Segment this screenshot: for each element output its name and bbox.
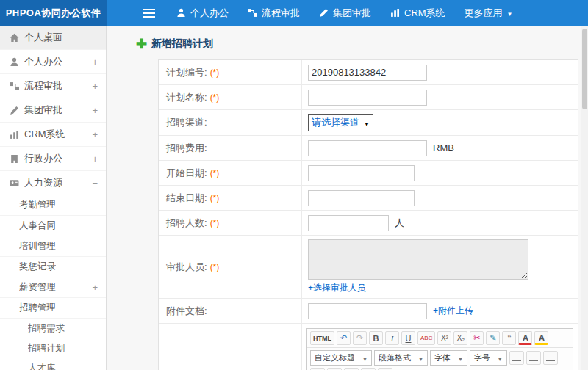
html-source-button[interactable]: HTML	[310, 331, 334, 345]
sidebar-item-admin-office[interactable]: 行政办公 +	[0, 147, 106, 171]
redo-icon[interactable]: ↷	[353, 331, 367, 345]
plan-name-input[interactable]	[308, 90, 427, 106]
expand-toggle[interactable]: +	[92, 129, 98, 140]
headcount-input[interactable]	[308, 215, 389, 231]
sidebar-item-recruit-demand[interactable]: 招聘需求	[0, 319, 106, 338]
expand-toggle[interactable]: +	[92, 282, 98, 293]
align-right-icon[interactable]	[543, 351, 558, 365]
attachment-input[interactable]	[308, 303, 427, 319]
attachment-upload-link[interactable]: +附件上传	[433, 305, 473, 317]
form-row: 招聘人数:(*) 人	[159, 211, 578, 236]
topnav-label: 更多应用	[465, 7, 503, 20]
collapse-toggle[interactable]: −	[92, 178, 98, 189]
topnav-process-approval[interactable]: 流程审批	[238, 0, 309, 26]
topbar: PHPOA协同办公软件 个人办公 流程审批 集团审批 CRM系统 更多应用	[0, 0, 588, 26]
start-date-input[interactable]	[308, 165, 415, 181]
sidebar-item-attendance[interactable]: 考勤管理	[0, 195, 106, 216]
format-paint-icon[interactable]: ✎	[486, 331, 500, 345]
user-icon	[176, 8, 186, 18]
field-label: 结束日期:	[166, 192, 207, 205]
caret-down-icon	[507, 7, 513, 18]
field-label: 计划编号:	[166, 66, 207, 79]
page-title: ✚ 新增招聘计划	[136, 37, 578, 51]
field-label: 开始日期:	[166, 167, 207, 180]
hamburger-icon[interactable]	[143, 9, 155, 18]
form-row: 审批人员:(*) +选择审批人员	[159, 236, 578, 299]
topnav-more-apps[interactable]: 更多应用	[455, 0, 523, 26]
strikethrough-button[interactable]: ABC	[417, 331, 435, 345]
custom-heading-dropdown[interactable]: 自定义标题	[310, 350, 372, 366]
expand-toggle[interactable]: +	[92, 153, 98, 164]
font-family-dropdown[interactable]: 字体	[430, 350, 467, 366]
main-content: ✚ 新增招聘计划 计划编号:(*) 计划名称:(*) 招聘渠道: 请选择渠道	[107, 26, 588, 370]
currency-suffix: RMB	[433, 142, 454, 153]
sidebar-item-hr-contract[interactable]: 人事合同	[0, 216, 106, 236]
topnav-personal-office[interactable]: 个人办公	[167, 0, 238, 26]
cost-input[interactable]	[308, 140, 427, 156]
align-left-icon[interactable]	[509, 351, 524, 365]
expand-toggle[interactable]: +	[92, 81, 98, 92]
topnav-crm[interactable]: CRM系统	[381, 0, 455, 26]
sidebar-item-personal-office[interactable]: 个人办公 +	[0, 50, 106, 74]
editor-toolbar-row-2: 自定义标题 段落格式 字体	[307, 348, 573, 370]
sidebar-item-personal-desktop[interactable]: 个人桌面	[0, 26, 106, 50]
expand-toggle[interactable]: +	[92, 57, 98, 68]
required-marker: (*)	[210, 68, 220, 78]
sidebar-item-hr[interactable]: 人力资源 −	[0, 171, 106, 195]
required-marker: (*)	[210, 92, 220, 103]
topnav-label: 集团审批	[333, 7, 371, 20]
bold-button[interactable]: B	[369, 331, 383, 345]
caret-down-icon	[362, 354, 368, 363]
required-marker: (*)	[210, 193, 220, 203]
flow-icon	[248, 8, 257, 18]
form-row: 附件文档: +附件上传	[159, 299, 578, 324]
topnav-label: CRM系统	[404, 7, 445, 20]
recruitment-plan-form: 计划编号:(*) 计划名称:(*) 招聘渠道: 请选择渠道 招聘费用:	[158, 59, 578, 370]
sidebar-item-training[interactable]: 培训管理	[0, 236, 106, 257]
required-marker: (*)	[210, 168, 220, 178]
required-marker: (*)	[210, 262, 220, 272]
edit-icon	[319, 8, 329, 18]
topnav-label: 流程审批	[262, 7, 300, 20]
sidebar-item-talent-pool[interactable]: 人才库	[0, 358, 106, 370]
form-row: 招聘费用: RMB	[159, 136, 578, 161]
sidebar-item-process-approval[interactable]: 流程审批 +	[0, 74, 106, 98]
italic-button[interactable]: I	[385, 331, 399, 345]
underline-button[interactable]: U	[401, 331, 415, 345]
sidebar-item-rewards[interactable]: 奖惩记录	[0, 257, 106, 278]
channel-select-value: 请选择渠道	[312, 116, 359, 129]
collapse-toggle[interactable]: −	[92, 302, 98, 313]
bg-color-button[interactable]: A	[534, 331, 548, 345]
sidebar-item-group-approval[interactable]: 集团审批 +	[0, 98, 106, 123]
required-marker: (*)	[210, 218, 220, 228]
subscript-button[interactable]: X₂	[453, 331, 467, 345]
expand-toggle[interactable]: +	[92, 105, 98, 116]
superscript-button[interactable]: X²	[437, 331, 451, 345]
field-label: 招聘费用:	[166, 142, 207, 155]
blockquote-icon[interactable]: “	[502, 331, 516, 345]
sidebar-item-recruitment-mgmt[interactable]: 招聘管理 −	[0, 298, 106, 319]
approver-textarea[interactable]	[308, 239, 528, 280]
rich-text-editor: HTML ↶ ↷ B I U ABC X² X₂ ✂ ✎ “ A	[306, 328, 573, 370]
remove-format-icon[interactable]: ✂	[470, 331, 484, 345]
select-approver-link[interactable]: +选择审批人员	[308, 282, 366, 294]
user-icon	[10, 57, 19, 67]
font-size-dropdown[interactable]: 字号	[470, 350, 507, 366]
paragraph-format-dropdown[interactable]: 段落格式	[374, 350, 428, 366]
top-nav: 个人办公 流程审批 集团审批 CRM系统 更多应用	[167, 0, 523, 26]
end-date-input[interactable]	[308, 190, 415, 206]
font-color-button[interactable]: A	[518, 331, 532, 345]
sidebar-item-recruit-plan[interactable]: 招聘计划	[0, 338, 106, 358]
field-label: 计划名称:	[166, 91, 207, 104]
plan-number-input[interactable]	[308, 65, 427, 81]
sidebar-item-salary[interactable]: 薪资管理 +	[0, 278, 106, 298]
vertical-scrollbar[interactable]	[581, 26, 588, 370]
sidebar-item-crm[interactable]: CRM系统 +	[0, 123, 106, 147]
channel-select[interactable]: 请选择渠道	[308, 114, 373, 131]
page-title-text: 新增招聘计划	[151, 37, 213, 51]
scrollbar-thumb[interactable]	[582, 29, 587, 109]
edit-icon	[10, 106, 19, 115]
align-center-icon[interactable]	[526, 351, 541, 365]
topnav-group-approval[interactable]: 集团审批	[309, 0, 381, 26]
undo-icon[interactable]: ↶	[337, 331, 351, 345]
